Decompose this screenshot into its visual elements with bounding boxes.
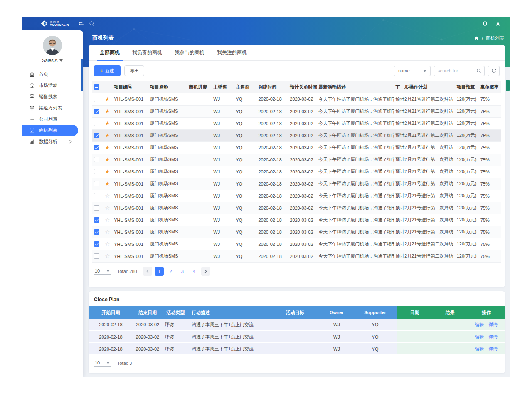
cell-supporter: YQ <box>353 331 397 343</box>
row-checkbox[interactable] <box>94 229 99 235</box>
cell-activity: 今天下午拜访了厦门机场，沟通了细节 <box>317 250 394 262</box>
cell-budget: 120(万元) <box>455 190 479 202</box>
sidebar-item[interactable]: 公司列表 <box>22 114 78 125</box>
edit-link[interactable]: 编辑 <box>475 322 484 327</box>
edit-link[interactable]: 编辑 <box>475 334 484 339</box>
sidebar-item[interactable]: 首页 <box>22 69 78 80</box>
star-icon[interactable]: ★ <box>105 169 110 175</box>
page-number-button[interactable]: 3 <box>178 267 187 276</box>
star-icon[interactable]: ★ <box>105 120 110 126</box>
opportunity-icon <box>29 128 35 134</box>
row-checkbox[interactable] <box>94 145 99 150</box>
page-number-button[interactable]: 1 <box>155 267 164 276</box>
avatar[interactable] <box>43 36 62 55</box>
row-checkbox[interactable] <box>94 133 99 138</box>
star-icon[interactable]: ★ <box>105 144 110 151</box>
select-all-checkbox[interactable] <box>94 84 99 90</box>
tab-label: 我关注的商机 <box>217 49 247 56</box>
sidebar-item[interactable]: 销售线索 <box>22 91 78 102</box>
search-icon[interactable] <box>476 68 481 73</box>
star-icon[interactable]: ★ <box>105 108 110 114</box>
column-header: 开始日期 <box>89 306 133 319</box>
cell-next-plan: 预计2月21号进行第二次拜访 <box>394 214 455 226</box>
sidebar-item[interactable]: 市场活动 <box>22 80 78 91</box>
close-plan-pagination: 10 Total: 3 <box>89 355 505 371</box>
close-plan-table: 开始日期 结束日期 活动类型 行动描述 活动目标 Owner Supporter… <box>89 306 505 355</box>
sidebar-item[interactable]: 数据分析 <box>22 136 78 147</box>
cell-budget: 120(万元) <box>455 178 479 190</box>
star-icon[interactable]: ☆ <box>105 253 110 259</box>
row-checkbox[interactable] <box>94 205 99 211</box>
star-icon[interactable]: ☆ <box>105 241 110 247</box>
user-icon[interactable] <box>495 20 501 27</box>
star-icon[interactable]: ☆ <box>105 205 110 211</box>
cell-project-code: YHL-SMS-001 <box>112 141 148 154</box>
edit-link[interactable]: 编辑 <box>475 346 484 351</box>
refresh-icon <box>491 68 496 73</box>
row-checkbox[interactable] <box>94 217 99 223</box>
sidebar-scrollbar-thumb[interactable] <box>81 59 83 91</box>
filter-field-select[interactable]: name <box>394 66 431 76</box>
cell-expected-close: 2020-03-02 <box>288 166 317 178</box>
star-icon[interactable]: ☆ <box>105 229 110 235</box>
row-checkbox[interactable] <box>94 97 99 102</box>
cell-supporter: YQ <box>353 343 397 355</box>
cell-win-rate: 75% <box>479 141 501 154</box>
cell-activity: 今天下午拜访了厦门机场，沟通了细节 <box>317 166 394 178</box>
row-checkbox[interactable] <box>94 157 99 162</box>
bell-icon[interactable] <box>482 20 488 27</box>
cell-expected-close: 2020-03-02 <box>288 129 317 141</box>
cell-created: 2020-02-18 <box>257 105 288 117</box>
page-scrollbar-thumb[interactable] <box>506 80 510 91</box>
search-icon[interactable] <box>89 20 95 27</box>
page-number-button[interactable]: 4 <box>190 267 199 276</box>
tab[interactable]: 我参与的商机 <box>168 45 211 60</box>
row-checkbox[interactable] <box>94 169 99 174</box>
page-size-select[interactable]: 10 <box>94 268 111 275</box>
row-checkbox[interactable] <box>94 193 99 198</box>
detail-link[interactable]: 详情 <box>489 346 498 351</box>
cell-next-plan: 预计2月21号进行第二次拜访 <box>394 154 455 166</box>
cell-project-code: YHL-SMS-001 <box>112 226 148 238</box>
cell-next-plan: 预计2月21号进行第二次拜访 <box>394 141 455 154</box>
hamburger-icon[interactable] <box>78 20 85 27</box>
sidebar-item[interactable]: 商机列表 <box>22 125 78 136</box>
export-button[interactable]: 导出 <box>124 65 144 76</box>
table-row: ☆ YHL-SMS-001 厦门机场SMS WJ YQ 2020-02-18 2… <box>92 226 501 238</box>
cell-sales: WJ <box>212 105 234 117</box>
detail-link[interactable]: 详情 <box>489 322 498 327</box>
tab[interactable]: 全部商机 <box>94 45 126 60</box>
home-icon[interactable] <box>474 36 479 41</box>
cell-presales: YQ <box>234 93 256 105</box>
row-checkbox[interactable] <box>94 121 99 126</box>
next-page-button[interactable] <box>201 267 210 276</box>
star-icon[interactable]: ☆ <box>105 193 110 199</box>
cell-activity-goal <box>270 319 320 331</box>
prev-page-button[interactable] <box>143 267 152 276</box>
tab[interactable]: 我关注的商机 <box>211 45 253 60</box>
app-logo[interactable]: 优构林 YOUHUALIN <box>41 20 69 27</box>
row-checkbox[interactable] <box>94 241 99 247</box>
new-button[interactable]: + 新建 <box>94 65 121 76</box>
star-icon[interactable]: ★ <box>105 181 110 187</box>
page-number-button[interactable]: 2 <box>166 267 175 276</box>
detail-link[interactable]: 详情 <box>489 334 498 339</box>
cell-win-rate: 75% <box>479 166 501 178</box>
row-checkbox[interactable] <box>94 109 99 114</box>
refresh-button[interactable] <box>488 66 500 76</box>
star-icon[interactable]: ☆ <box>105 217 110 223</box>
tab[interactable]: 我负责的商机 <box>126 45 168 60</box>
column-header: 预计关单时间 <box>288 81 317 93</box>
user-menu[interactable]: Sales A <box>42 58 62 63</box>
star-icon[interactable]: ★ <box>105 96 110 102</box>
search-input[interactable] <box>434 68 476 73</box>
row-checkbox[interactable] <box>94 181 99 186</box>
sidebar-item[interactable]: 渠道方列表 <box>22 102 78 114</box>
row-checkbox[interactable] <box>94 253 99 259</box>
star-icon[interactable]: ★ <box>105 132 110 139</box>
cell-presales: YQ <box>234 214 256 226</box>
cell-date <box>397 343 432 355</box>
page-size-select[interactable]: 10 <box>94 359 111 367</box>
column-header: 项目预算 <box>455 81 479 93</box>
star-icon[interactable]: ★ <box>105 156 110 163</box>
